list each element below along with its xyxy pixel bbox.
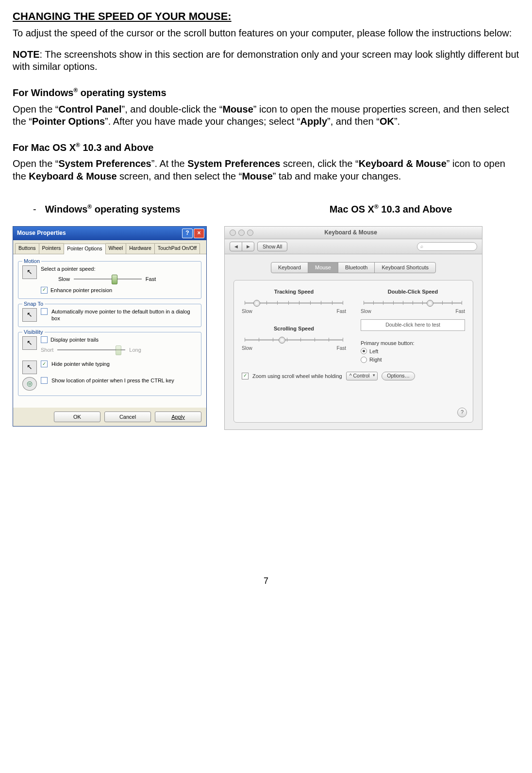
tab-bar: Buttons Pointers Pointer Options Wheel H… — [13, 240, 206, 254]
cancel-button[interactable]: Cancel — [104, 411, 151, 422]
options-button[interactable]: Options… — [382, 372, 415, 380]
show-all-button[interactable]: Show All — [257, 242, 287, 251]
tab-bar: Keyboard Mouse Bluetooth Keyboard Shortc… — [233, 262, 473, 273]
mac-instructions: Open the “System Preferences”. At the Sy… — [13, 158, 519, 182]
modifier-key-select[interactable]: ^ Control — [346, 372, 378, 380]
tab-keyboard[interactable]: Keyboard — [271, 262, 308, 273]
snap-to-group: Snap To ↖ Automatically move pointer to … — [18, 304, 201, 327]
page-number: 7 — [13, 576, 519, 587]
primary-right-radio[interactable] — [361, 357, 367, 363]
double-click-test[interactable]: Double-click here to test — [361, 319, 465, 330]
primary-left-radio[interactable] — [361, 348, 367, 354]
apply-button[interactable]: Apply — [155, 411, 201, 422]
primary-button-label: Primary mouse button: — [361, 340, 465, 346]
forward-button[interactable]: ▶ — [242, 242, 254, 251]
pointer-speed-label: Select a pointer speed: — [41, 265, 197, 272]
note-text: NOTE: The screenshots show in this secti… — [13, 49, 519, 73]
tracking-speed-slider[interactable] — [245, 298, 343, 308]
mac-heading: For Mac OS X® 10.3 and Above — [13, 142, 519, 154]
scrolling-speed-label: Scrolling Speed — [242, 325, 346, 332]
tab-keyboard-shortcuts[interactable]: Keyboard Shortcuts — [374, 262, 436, 273]
mac-column-heading: Mac OS X® 10.3 and Above — [262, 203, 519, 216]
pointer-icon: ↖ — [22, 265, 37, 279]
visibility-group: Visibility ↖ Display pointer trails Shor… — [18, 332, 201, 396]
window-title: Keyboard & Mouse — [253, 229, 448, 236]
pointer-speed-slider[interactable] — [74, 274, 142, 284]
pointer-trails-checkbox[interactable] — [41, 336, 48, 343]
tracking-speed-label: Tracking Speed — [242, 288, 346, 295]
window-title: Mouse Properties — [17, 230, 66, 237]
window-controls[interactable] — [230, 230, 253, 236]
snap-to-checkbox[interactable] — [41, 308, 48, 315]
help-button[interactable]: ? — [457, 408, 467, 417]
hide-while-typing-checkbox[interactable] — [41, 361, 48, 367]
trails-slider[interactable] — [57, 345, 125, 355]
page-title: CHANGING THE SPEED OF YOUR MOUSE: — [13, 10, 519, 23]
motion-group: Motion ↖ Select a pointer speed: Slow Fa… — [18, 261, 201, 299]
back-button[interactable]: ◀ — [230, 242, 242, 251]
snap-to-icon: ↖ — [22, 308, 37, 322]
zoom-label: Zoom using scroll wheel while holding — [252, 373, 342, 379]
help-button[interactable]: ? — [182, 229, 193, 238]
trails-icon: ↖ — [22, 336, 37, 350]
intro-text: To adjust the speed of the cursor or the… — [13, 27, 519, 40]
tab-bluetooth[interactable]: Bluetooth — [338, 262, 375, 273]
zoom-checkbox[interactable] — [242, 373, 249, 379]
tab-wheel[interactable]: Wheel — [105, 243, 127, 253]
tab-touchpad[interactable]: TouchPad On/Off — [154, 243, 200, 253]
windows-heading: For Windows® operating systems — [13, 87, 519, 99]
tab-mouse[interactable]: Mouse — [308, 262, 338, 273]
ctrl-locate-icon: ◎ — [22, 377, 37, 391]
windows-column-heading: -Windows® operating systems — [33, 203, 180, 216]
windows-mouse-properties-dialog: Mouse Properties ? × Buttons Pointers Po… — [13, 226, 207, 427]
close-button[interactable]: × — [194, 229, 204, 238]
double-click-speed-slider[interactable] — [364, 298, 462, 308]
tab-pointers[interactable]: Pointers — [39, 243, 65, 253]
ctrl-location-checkbox[interactable] — [41, 377, 48, 384]
tab-hardware[interactable]: Hardware — [126, 243, 155, 253]
ok-button[interactable]: OK — [54, 411, 100, 422]
hide-typing-icon: ↖ — [22, 361, 37, 374]
search-input[interactable]: ⌕ — [417, 242, 477, 251]
scrolling-speed-slider[interactable] — [245, 335, 343, 345]
windows-instructions: Open the “Control Panel”, and double-cli… — [13, 103, 519, 128]
tab-buttons[interactable]: Buttons — [15, 243, 39, 253]
enhance-precision-checkbox[interactable] — [41, 287, 48, 294]
mac-keyboard-mouse-dialog: Keyboard & Mouse ◀ ▶ Show All ⌕ Keyboard… — [224, 226, 482, 429]
tab-pointer-options[interactable]: Pointer Options — [64, 244, 105, 254]
double-click-speed-label: Double-Click Speed — [361, 288, 465, 295]
